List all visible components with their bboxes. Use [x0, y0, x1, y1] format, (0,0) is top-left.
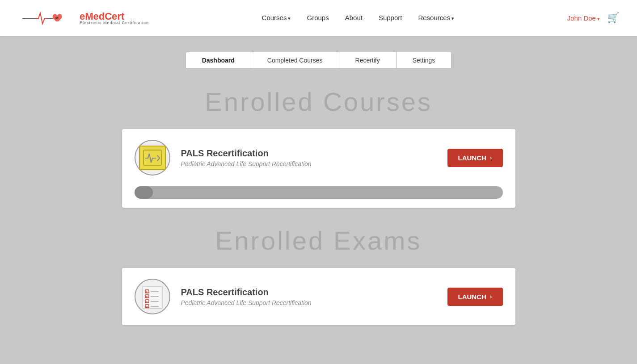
- enrolled-exams-title: Enrolled Exams: [122, 226, 515, 255]
- exam-card-inner: A B C D PALS Recertif: [122, 268, 515, 325]
- navbar: M eMedCert Electronic Medical Certificat…: [0, 0, 637, 36]
- launch-course-label: LAUNCH: [458, 154, 486, 162]
- pals-icon-svg: [143, 149, 162, 166]
- exam-icon-circle: A B C D: [135, 279, 170, 314]
- exam-icon-svg: A B C D: [141, 284, 164, 310]
- tab-dashboard[interactable]: Dashboard: [186, 52, 251, 68]
- nav-resources-link[interactable]: Resources: [418, 14, 454, 21]
- svg-text:A: A: [146, 291, 148, 293]
- course-icon-box: [139, 146, 166, 170]
- exam-subtitle: Pediatric Advanced Life Support Recertif…: [181, 299, 437, 306]
- launch-exam-button[interactable]: LAUNCH ›: [447, 288, 503, 306]
- tab-completed-courses[interactable]: Completed Courses: [251, 52, 339, 68]
- progress-area: [122, 186, 515, 208]
- nav-support[interactable]: Support: [379, 14, 402, 22]
- launch-arrow-icon: ›: [490, 154, 492, 161]
- brand-sub: Electronic Medical Certification: [80, 21, 149, 25]
- launch-exam-arrow-icon: ›: [490, 293, 492, 300]
- logo: M eMedCert Electronic Medical Certificat…: [18, 6, 149, 30]
- nav-courses[interactable]: Courses: [262, 14, 291, 22]
- exam-card-pals: A B C D PALS Recertif: [122, 268, 515, 325]
- svg-text:M: M: [55, 16, 59, 20]
- navbar-right: John Doe 🛒: [567, 12, 619, 24]
- tabs-bar: Dashboard Completed Courses Recertify Se…: [0, 52, 637, 69]
- course-info: PALS Recertification Pediatric Advanced …: [181, 148, 437, 167]
- tab-settings[interactable]: Settings: [397, 52, 451, 68]
- course-name: PALS Recertification: [181, 148, 437, 159]
- tabs-container: Dashboard Completed Courses Recertify Se…: [186, 52, 452, 69]
- svg-text:D: D: [146, 305, 148, 308]
- brand-text: eMedCert Electronic Medical Certificatio…: [80, 11, 149, 25]
- exam-name: PALS Recertification: [181, 287, 437, 297]
- course-subtitle: Pediatric Advanced Life Support Recertif…: [181, 160, 437, 167]
- enrolled-exams-section: Enrolled Exams A B: [122, 226, 515, 325]
- exam-info: PALS Recertification Pediatric Advanced …: [181, 287, 437, 306]
- user-menu[interactable]: John Doe: [567, 14, 600, 22]
- enrolled-courses-section: Enrolled Courses PALS Recertification: [122, 87, 515, 208]
- progress-bar-fill: [135, 186, 153, 199]
- launch-exam-label: LAUNCH: [458, 293, 486, 301]
- cart-icon[interactable]: 🛒: [607, 12, 619, 24]
- main-nav: Courses Groups About Support Resources: [262, 14, 455, 22]
- logo-svg: M: [18, 6, 76, 30]
- exam-icon-box: A B C D: [139, 283, 166, 310]
- enrolled-courses-title: Enrolled Courses: [122, 87, 515, 117]
- progress-bar-bg: [135, 186, 503, 199]
- launch-course-button[interactable]: LAUNCH ›: [447, 149, 503, 167]
- nav-about-link[interactable]: About: [345, 14, 363, 21]
- tab-recertify[interactable]: Recertify: [339, 52, 397, 68]
- course-icon-circle: [135, 140, 170, 176]
- nav-groups[interactable]: Groups: [307, 14, 329, 22]
- nav-support-link[interactable]: Support: [379, 14, 402, 21]
- nav-courses-link[interactable]: Courses: [262, 14, 291, 21]
- svg-text:C: C: [146, 301, 148, 303]
- nav-groups-link[interactable]: Groups: [307, 14, 329, 21]
- svg-text:B: B: [146, 296, 148, 298]
- nav-resources[interactable]: Resources: [418, 14, 454, 22]
- nav-about[interactable]: About: [345, 14, 363, 22]
- course-card-pals: PALS Recertification Pediatric Advanced …: [122, 129, 515, 208]
- course-card-inner: PALS Recertification Pediatric Advanced …: [122, 129, 515, 186]
